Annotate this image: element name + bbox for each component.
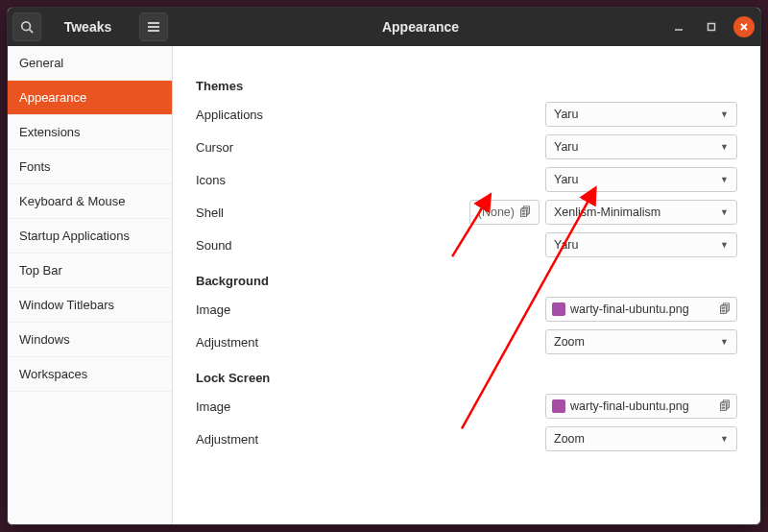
search-icon <box>20 20 34 34</box>
label-sound: Sound <box>196 238 545 253</box>
tweaks-window: Tweaks Appearance General Appearance Ext… <box>7 7 761 525</box>
combo-value: Yaru <box>554 173 578 186</box>
combo-value: Yaru <box>554 140 578 154</box>
sidebar-item-keyboard-mouse[interactable]: Keyboard & Mouse <box>8 184 172 219</box>
svg-rect-6 <box>708 24 715 31</box>
row-ls-adjustment: Adjustment Zoom ▼ <box>196 423 737 454</box>
page-title: Appearance <box>173 19 668 35</box>
file-bg-image[interactable]: warty-final-ubuntu.png 🗐 <box>545 297 737 322</box>
combo-shell[interactable]: Xenlism-Minimalism ▼ <box>545 200 737 225</box>
combo-cursor[interactable]: Yaru ▼ <box>545 134 737 159</box>
combo-sound[interactable]: Yaru ▼ <box>545 232 737 257</box>
open-icon: 🗐 <box>719 302 731 316</box>
titlebar: Tweaks Appearance <box>8 8 760 46</box>
label-icons: Icons <box>196 173 545 187</box>
file-name: warty-final-ubuntu.png <box>570 399 689 413</box>
sidebar-item-fonts[interactable]: Fonts <box>8 150 172 184</box>
label-bg-adjustment: Adjustment <box>196 335 545 350</box>
sidebar-item-top-bar[interactable]: Top Bar <box>8 254 172 288</box>
close-button[interactable] <box>733 16 755 37</box>
none-label: (None) <box>478 206 515 219</box>
chevron-down-icon: ▼ <box>720 434 729 444</box>
minimize-icon <box>674 22 684 32</box>
row-applications: Applications Yaru ▼ <box>196 99 737 130</box>
section-title-background: Background <box>196 274 737 288</box>
row-shell: Shell (None) 🗐 Xenlism-Minimalism ▼ <box>196 197 737 228</box>
sidebar-item-extensions[interactable]: Extensions <box>8 115 172 150</box>
combo-value: Zoom <box>554 335 585 349</box>
open-icon: 🗐 <box>519 206 531 219</box>
combo-value: Yaru <box>554 108 578 121</box>
chevron-down-icon: ▼ <box>720 207 729 217</box>
window-body: General Appearance Extensions Fonts Keyb… <box>8 46 760 524</box>
label-ls-image: Image <box>196 399 545 414</box>
chevron-down-icon: ▼ <box>720 142 729 152</box>
minimize-button[interactable] <box>668 16 689 37</box>
svg-line-1 <box>30 30 34 34</box>
chevron-down-icon: ▼ <box>720 240 729 250</box>
content-pane: Themes Applications Yaru ▼ Cursor Yaru ▼… <box>173 46 760 524</box>
sidebar: General Appearance Extensions Fonts Keyb… <box>8 46 173 524</box>
maximize-button[interactable] <box>701 16 722 37</box>
maximize-icon <box>707 22 716 32</box>
combo-bg-adjustment[interactable]: Zoom ▼ <box>545 329 737 354</box>
file-ls-image[interactable]: warty-final-ubuntu.png 🗐 <box>545 394 737 419</box>
app-title: Tweaks <box>41 19 134 35</box>
file-name: warty-final-ubuntu.png <box>570 302 689 316</box>
sidebar-item-windows[interactable]: Windows <box>8 323 172 357</box>
combo-icons[interactable]: Yaru ▼ <box>545 167 737 192</box>
section-title-lockscreen: Lock Screen <box>196 371 737 385</box>
window-controls <box>668 16 760 37</box>
chevron-down-icon: ▼ <box>720 175 729 184</box>
search-button[interactable] <box>12 12 41 41</box>
row-icons: Icons Yaru ▼ <box>196 164 737 195</box>
titlebar-left: Tweaks <box>8 12 173 41</box>
row-cursor: Cursor Yaru ▼ <box>196 132 737 162</box>
sidebar-item-workspaces[interactable]: Workspaces <box>8 357 172 392</box>
label-applications: Applications <box>196 108 545 122</box>
image-file-icon <box>552 302 565 316</box>
chevron-down-icon: ▼ <box>720 109 729 119</box>
open-icon: 🗐 <box>719 399 731 413</box>
label-ls-adjustment: Adjustment <box>196 432 545 447</box>
shell-none-button[interactable]: (None) 🗐 <box>469 200 540 225</box>
row-bg-adjustment: Adjustment Zoom ▼ <box>196 326 737 357</box>
combo-ls-adjustment[interactable]: Zoom ▼ <box>545 426 737 451</box>
combo-value: Xenlism-Minimalism <box>554 206 660 219</box>
menu-button[interactable] <box>139 12 168 41</box>
close-icon <box>739 22 749 32</box>
image-file-icon <box>552 399 565 413</box>
row-bg-image: Image warty-final-ubuntu.png 🗐 <box>196 294 737 325</box>
label-cursor: Cursor <box>196 140 545 155</box>
row-ls-image: Image warty-final-ubuntu.png 🗐 <box>196 391 737 422</box>
row-sound: Sound Yaru ▼ <box>196 230 737 260</box>
combo-value: Yaru <box>554 238 578 252</box>
section-title-themes: Themes <box>196 79 737 93</box>
combo-applications[interactable]: Yaru ▼ <box>545 102 737 127</box>
sidebar-item-startup-apps[interactable]: Startup Applications <box>8 219 172 254</box>
chevron-down-icon: ▼ <box>720 337 729 347</box>
label-bg-image: Image <box>196 302 545 317</box>
svg-point-0 <box>22 22 31 31</box>
combo-value: Zoom <box>554 432 585 446</box>
hamburger-icon <box>147 21 160 33</box>
sidebar-item-appearance[interactable]: Appearance <box>8 81 172 115</box>
label-shell: Shell <box>196 206 469 220</box>
sidebar-item-general[interactable]: General <box>8 46 172 81</box>
sidebar-item-window-titlebars[interactable]: Window Titlebars <box>8 288 172 323</box>
